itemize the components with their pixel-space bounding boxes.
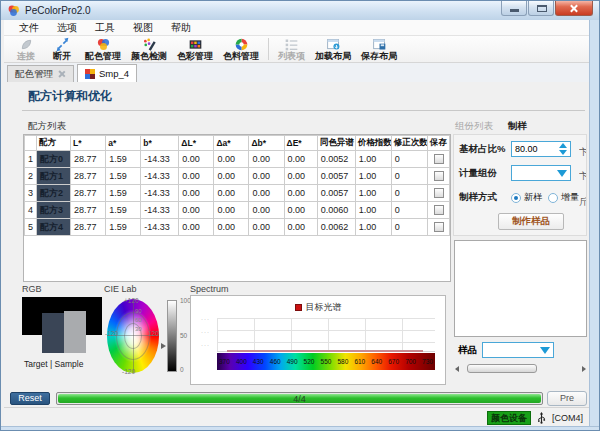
formula-name-cell[interactable]: 配方1 [37, 168, 71, 185]
rgb-footer-label: Target | Sample [24, 359, 83, 369]
lightness-label: 50 [180, 332, 187, 339]
scroll-left-icon[interactable] [455, 366, 459, 372]
tab-make-sample[interactable]: 制样 [508, 120, 527, 131]
base-ratio-input[interactable] [512, 143, 556, 155]
value-cell: 0.00 [214, 168, 249, 185]
formula-name-cell[interactable]: 配方0 [37, 151, 71, 168]
minimize-button[interactable] [501, 1, 527, 16]
maximize-button[interactable] [528, 1, 554, 16]
value-cell: 0.0057 [317, 185, 355, 202]
base-ratio-spinner[interactable] [511, 141, 571, 157]
value-cell: 1.59 [106, 168, 141, 185]
pre-button[interactable]: Pre [547, 391, 587, 406]
tab-color-matching[interactable]: 配色管理 [7, 65, 74, 82]
clipped-text: 斤 [579, 196, 586, 209]
component-listbox[interactable] [454, 240, 587, 337]
toolbar-save-layout[interactable]: 保存布局 [356, 36, 402, 62]
sample-label: 样品 [458, 344, 482, 357]
menu-item-options[interactable]: 选项 [48, 21, 86, 35]
color-matching-icon [96, 37, 111, 51]
column-header: ΔL* [179, 136, 214, 151]
menu-item-help[interactable]: 帮助 [162, 21, 200, 35]
close-button[interactable] [555, 1, 593, 16]
save-checkbox[interactable] [434, 222, 444, 232]
row-index-cell: 3 [25, 185, 37, 202]
titlebar: PeColorPro2.0 [1, 1, 600, 20]
component-dropdown[interactable] [511, 165, 571, 181]
window-controls [500, 1, 593, 16]
toolbar-color-manage[interactable]: 色彩管理 [172, 36, 218, 62]
divider [22, 110, 585, 111]
table-row[interactable]: 3配方228.771.59-14.330.000.000.000.000.005… [25, 185, 450, 202]
spectrum-grid [217, 318, 435, 352]
x-tick-label: 580 [337, 353, 348, 370]
menu-item-file[interactable]: 文件 [10, 21, 48, 35]
value-cell: 0.00 [284, 151, 317, 168]
row-index-cell: 1 [25, 151, 37, 168]
value-cell: 0.00 [249, 185, 284, 202]
value-cell: 0.0060 [317, 202, 355, 219]
formula-name-cell[interactable]: 配方3 [37, 202, 71, 219]
menu-item-tools[interactable]: 工具 [86, 21, 124, 35]
progress-text: 4/4 [57, 393, 542, 405]
value-cell: 0.00 [284, 168, 317, 185]
tab-smp4[interactable]: Smp_4 [77, 64, 137, 82]
chevron-down-icon [557, 170, 567, 177]
save-checkbox[interactable] [434, 188, 444, 198]
toolbar-color-detect[interactable]: 颜色检测 [126, 36, 172, 62]
column-header: 价格指数 [355, 136, 391, 151]
formula-table: 配方L*a*b*ΔL*Δa*Δb*ΔE*同色异谱价格指数修正次数保存 1配方02… [23, 134, 451, 282]
window-title: PeColorPro2.0 [25, 5, 91, 16]
radio-new-sample[interactable] [511, 193, 521, 203]
device-status-badge: 颜色设备 [487, 411, 531, 425]
scroll-right-icon[interactable] [582, 366, 586, 372]
formula-list-caption: 配方列表 [28, 120, 66, 133]
formula-table-header-row: 配方L*a*b*ΔL*Δa*Δb*ΔE*同色异谱价格指数修正次数保存 [25, 136, 450, 151]
value-cell: 0.0057 [317, 168, 355, 185]
value-cell: 28.77 [71, 202, 106, 219]
horizontal-scrollbar[interactable] [453, 363, 588, 374]
row-index-cell: 5 [25, 219, 37, 236]
radio-increment[interactable] [548, 193, 558, 203]
save-checkbox[interactable] [434, 205, 444, 215]
toolbar-color-matching[interactable]: 配色管理 [80, 36, 126, 62]
formula-name-cell[interactable]: 配方2 [37, 185, 71, 202]
value-cell: 28.77 [71, 168, 106, 185]
lab-ring-label: 90 [135, 308, 142, 314]
spinner-up-icon[interactable] [559, 143, 567, 148]
value-cell: 28.77 [71, 219, 106, 236]
save-layout-icon [372, 37, 387, 51]
table-row[interactable]: 4配方328.771.59-14.330.000.000.000.000.006… [25, 202, 450, 219]
make-sample-button[interactable]: 制作样品 [498, 213, 564, 230]
tab-component-list[interactable]: 组份列表 [455, 120, 493, 131]
spinner-down-icon[interactable] [559, 150, 567, 155]
save-checkbox[interactable] [434, 154, 444, 164]
toolbar-load-layout[interactable]: 加载布局 [310, 36, 356, 62]
lab-axis-label: -120 [105, 330, 118, 337]
value-cell: 0.0062 [317, 219, 355, 236]
scrollbar-thumb[interactable] [467, 364, 537, 373]
color-grid-icon [85, 69, 95, 79]
progress-row: Reset 4/4 Pre [4, 390, 589, 407]
table-row[interactable]: 2配方128.771.59-14.330.000.000.000.000.005… [25, 168, 450, 185]
menu-item-view[interactable]: 视图 [124, 21, 162, 35]
column-header: 同色异谱 [317, 136, 355, 151]
table-row[interactable]: 1配方028.771.59-14.330.000.000.000.000.005… [25, 151, 450, 168]
sample-dropdown[interactable] [482, 342, 554, 358]
table-row[interactable]: 5配方428.771.59-14.330.000.000.000.000.006… [25, 219, 450, 236]
disconnect-icon [55, 37, 70, 51]
reset-button[interactable]: Reset [10, 392, 50, 405]
x-tick-label: 700 [405, 353, 416, 370]
toolbar-colorant-manage[interactable]: 色料管理 [218, 36, 264, 62]
save-cell [427, 219, 449, 236]
value-cell: 0.00 [214, 219, 249, 236]
toolbar-connect: 连接 [8, 36, 44, 62]
value-cell: 0.00 [249, 219, 284, 236]
value-cell: 0.00 [214, 151, 249, 168]
column-header: a* [106, 136, 141, 151]
value-cell: 28.77 [71, 151, 106, 168]
save-checkbox[interactable] [434, 171, 444, 181]
formula-name-cell[interactable]: 配方4 [37, 219, 71, 236]
tab-close-icon[interactable] [58, 70, 66, 78]
toolbar-disconnect[interactable]: 断开 [44, 36, 80, 62]
